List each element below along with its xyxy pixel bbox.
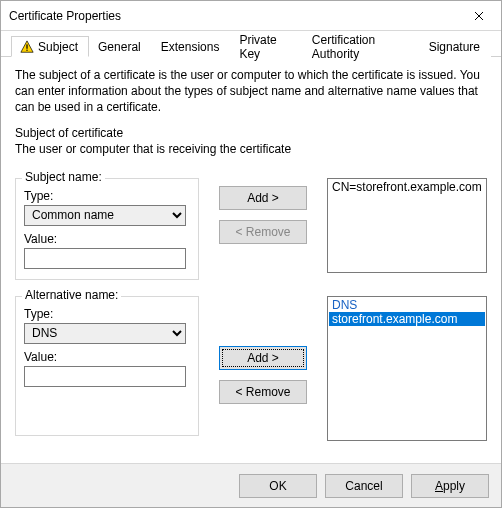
close-icon (474, 8, 484, 24)
tab-label: Certification Authority (312, 33, 409, 61)
tab-label: Signature (429, 40, 480, 54)
subject-name-legend: Subject name: (22, 170, 105, 184)
alternative-name-list[interactable]: DNS storefront.example.com (327, 296, 487, 441)
alt-add-button[interactable]: Add > (219, 346, 307, 370)
titlebar: Certificate Properties (1, 1, 501, 31)
tab-label: Extensions (161, 40, 220, 54)
subject-name-list[interactable]: CN=storefront.example.com (327, 178, 487, 273)
alt-value-input[interactable] (24, 366, 186, 387)
tab-content: The subject of a certificate is the user… (1, 57, 501, 463)
section-heading: Subject of certificate (15, 126, 487, 140)
section-subheading: The user or computer that is receiving t… (15, 142, 487, 156)
subject-add-button[interactable]: Add > (219, 186, 307, 210)
tab-certification-authority[interactable]: Certification Authority (303, 36, 420, 57)
close-button[interactable] (456, 1, 501, 30)
subject-name-group: Subject name: Type: Common name Value: (15, 178, 199, 280)
dialog-window: Certificate Properties Subject General E… (0, 0, 502, 508)
tab-private-key[interactable]: Private Key (230, 36, 302, 57)
ok-button[interactable]: OK (239, 474, 317, 498)
tab-general[interactable]: General (89, 36, 152, 57)
alt-type-label: Type: (24, 307, 190, 321)
tab-label: General (98, 40, 141, 54)
svg-rect-1 (26, 49, 27, 50)
subject-type-select[interactable]: Common name (24, 205, 186, 226)
subject-value-label: Value: (24, 232, 190, 246)
apply-button[interactable]: Apply (411, 474, 489, 498)
tab-extensions[interactable]: Extensions (152, 36, 231, 57)
dialog-footer: OK Cancel Apply (1, 463, 501, 507)
list-header: DNS (329, 298, 485, 312)
window-title: Certificate Properties (9, 9, 121, 23)
list-item[interactable]: CN=storefront.example.com (329, 180, 485, 194)
cancel-button[interactable]: Cancel (325, 474, 403, 498)
alternative-name-legend: Alternative name: (22, 288, 121, 302)
alt-type-select[interactable]: DNS (24, 323, 186, 344)
svg-rect-0 (26, 44, 27, 48)
alternative-name-row: Alternative name: Type: DNS Value: Add >… (15, 286, 487, 441)
subject-type-label: Type: (24, 189, 190, 203)
tab-label: Private Key (239, 33, 291, 61)
list-item[interactable]: storefront.example.com (329, 312, 485, 326)
tab-subject[interactable]: Subject (11, 36, 89, 57)
alternative-name-buttons: Add > < Remove (213, 286, 313, 404)
tab-signature[interactable]: Signature (420, 36, 491, 57)
tab-label: Subject (38, 40, 78, 54)
subject-name-buttons: Add > < Remove (213, 168, 313, 244)
alternative-name-group: Alternative name: Type: DNS Value: (15, 296, 199, 436)
description-text: The subject of a certificate is the user… (15, 67, 487, 116)
apply-rest: pply (443, 479, 465, 493)
alt-remove-button[interactable]: < Remove (219, 380, 307, 404)
apply-underline: A (435, 479, 443, 493)
subject-remove-button[interactable]: < Remove (219, 220, 307, 244)
alt-value-label: Value: (24, 350, 190, 364)
subject-name-row: Subject name: Type: Common name Value: A… (15, 168, 487, 280)
tabstrip: Subject General Extensions Private Key C… (1, 31, 501, 57)
subject-value-input[interactable] (24, 248, 186, 269)
warning-icon (20, 40, 34, 54)
